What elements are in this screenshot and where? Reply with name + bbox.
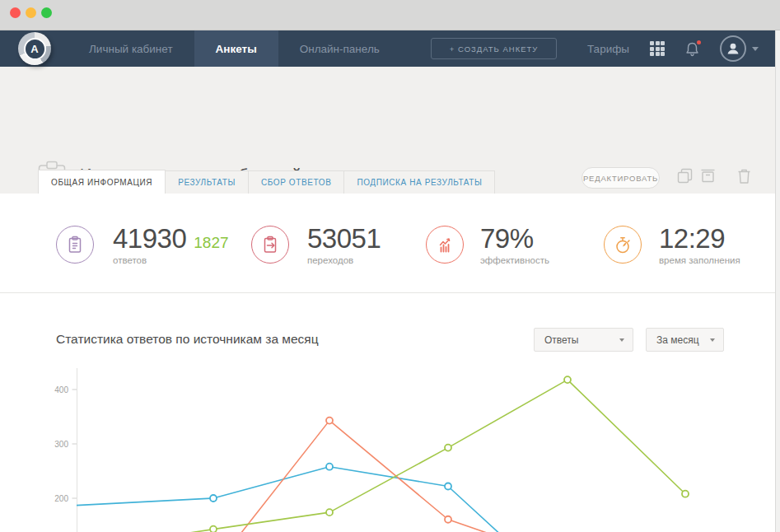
chevron-down-icon: [752, 47, 759, 51]
metric-dropdown-value: Ответы: [544, 334, 578, 346]
minimize-window-button[interactable]: [26, 7, 36, 18]
tab-answer-collection[interactable]: СБОР ОТВЕТОВ: [248, 170, 344, 194]
answers-clipboard-icon: [56, 226, 94, 264]
chart-svg: 200300400: [0, 359, 780, 532]
user-avatar: [720, 35, 746, 62]
chevron-down-icon: [619, 338, 624, 342]
archive-icon[interactable]: [700, 168, 716, 184]
answers-delta: 1827: [194, 234, 228, 252]
efficiency-value: 79%: [480, 223, 534, 254]
tab-general-info[interactable]: ОБЩАЯ ИНФОРМАЦИЯ: [38, 170, 166, 194]
notifications-bell-icon[interactable]: [685, 41, 699, 57]
transitions-value: 53051: [307, 223, 381, 254]
navbar: A Личный кабинет Анкеты Онлайн-панель + …: [0, 30, 775, 67]
stat-fill-time: 12:29 время заполнения: [659, 223, 740, 265]
create-survey-button[interactable]: + СОЗДАТЬ АНКЕТУ: [431, 38, 558, 59]
nav-item-online-panel[interactable]: Онлайн-панель: [278, 30, 401, 67]
window-titlebar: [0, 0, 780, 30]
stat-answers: 41930 1827 ответов: [113, 223, 229, 265]
svg-text:200: 200: [54, 494, 68, 503]
person-icon: [726, 41, 740, 56]
logo-letter: A: [24, 38, 46, 60]
tariffs-link[interactable]: Тарифы: [587, 43, 629, 55]
survey-header: Исследование потребителей рынка чая 3 ст…: [0, 67, 775, 194]
period-dropdown-value: За месяц: [656, 334, 699, 346]
nav-item-personal-cabinet[interactable]: Личный кабинет: [68, 30, 194, 67]
notification-badge: [695, 39, 703, 46]
chevron-down-icon: [710, 338, 715, 342]
transitions-icon: [251, 226, 289, 264]
stopwatch-icon: [604, 226, 642, 264]
efficiency-label: эффективность: [480, 255, 549, 265]
stat-transitions: 53051 переходов: [307, 223, 381, 265]
app-logo[interactable]: A: [18, 32, 51, 65]
fill-time-value: 12:29: [659, 223, 725, 254]
transitions-label: переходов: [307, 255, 381, 265]
svg-text:300: 300: [54, 440, 68, 449]
nav-item-surveys[interactable]: Анкеты: [194, 30, 278, 67]
edit-button[interactable]: РЕДАКТИРОВАТЬ: [581, 167, 660, 189]
stat-efficiency: 79% эффективность: [480, 223, 549, 265]
tab-results-subscription[interactable]: ПОДПИСКА НА РЕЗУЛЬТАТЫ: [343, 170, 495, 194]
metric-dropdown[interactable]: Ответы: [534, 328, 633, 352]
period-dropdown[interactable]: За месяц: [646, 328, 724, 352]
nav-menu: Личный кабинет Анкеты Онлайн-панель: [68, 30, 401, 67]
account-menu[interactable]: [720, 35, 759, 62]
answers-label: ответов: [113, 255, 229, 265]
zoom-window-button[interactable]: [41, 7, 52, 18]
chart-title: Статистика ответов по источникам за меся…: [56, 332, 319, 347]
fill-time-label: время заполнения: [659, 255, 740, 265]
tab-results[interactable]: РЕЗУЛЬТАТЫ: [165, 170, 249, 194]
close-window-button[interactable]: [10, 7, 21, 18]
svg-text:400: 400: [54, 385, 68, 394]
apps-grid-icon[interactable]: [650, 41, 665, 56]
tabs: ОБЩАЯ ИНФОРМАЦИЯ РЕЗУЛЬТАТЫ СБОР ОТВЕТОВ…: [38, 170, 494, 194]
duplicate-icon[interactable]: [677, 168, 693, 184]
bar-chart-icon: [426, 226, 464, 264]
answers-value: 41930: [113, 223, 186, 254]
delete-icon[interactable]: [737, 168, 751, 184]
navbar-right: Тарифы: [587, 35, 759, 62]
